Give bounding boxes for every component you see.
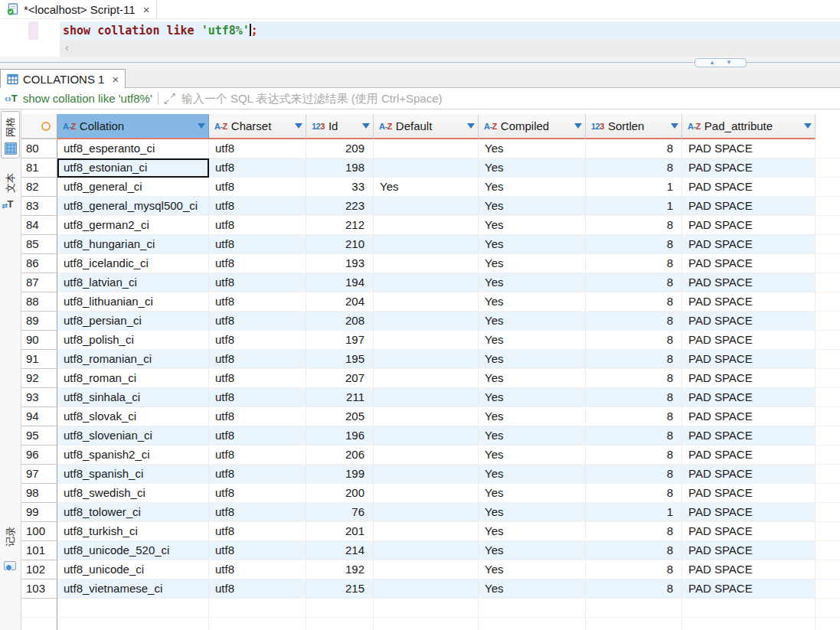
- cell-collation[interactable]: utf8_tolower_ci: [57, 503, 209, 522]
- cell-collation[interactable]: utf8_swedish_ci: [57, 484, 209, 503]
- cell-default[interactable]: [374, 254, 479, 273]
- cell-pad[interactable]: PAD SPACE: [682, 560, 815, 579]
- cell-default[interactable]: [374, 158, 479, 178]
- results-tab-close-icon[interactable]: ×: [112, 73, 119, 86]
- cell-default[interactable]: [374, 273, 479, 292]
- collapse-up-icon[interactable]: ▲: [709, 60, 715, 66]
- cell-pad[interactable]: PAD SPACE: [682, 235, 815, 254]
- cell-default[interactable]: [374, 292, 479, 312]
- column-header-pad_attribute[interactable]: A-ZPad_attribute: [682, 114, 815, 139]
- cell-pad[interactable]: PAD SPACE: [682, 579, 815, 599]
- row-number[interactable]: 85: [21, 235, 57, 254]
- cell-compiled[interactable]: Yes: [479, 197, 586, 216]
- cell-default[interactable]: [374, 541, 479, 560]
- cell-compiled[interactable]: Yes: [479, 312, 586, 331]
- cell-id[interactable]: 76: [306, 503, 374, 522]
- sql-next-line[interactable]: ‹: [0, 40, 840, 57]
- cell-compiled[interactable]: Yes: [479, 235, 586, 254]
- cell-charset[interactable]: utf8: [209, 369, 306, 388]
- sash-collapse-control[interactable]: ▲ ▼: [695, 58, 747, 67]
- cell-charset[interactable]: utf8: [209, 158, 306, 178]
- cell-id[interactable]: 214: [306, 541, 374, 560]
- cell-pad[interactable]: PAD SPACE: [682, 446, 815, 465]
- cell-pad[interactable]: PAD SPACE: [682, 541, 815, 560]
- cell-collation[interactable]: utf8_turkish_ci: [57, 522, 209, 541]
- column-header-default[interactable]: A-ZDefault: [374, 114, 479, 139]
- cell-default[interactable]: [374, 560, 479, 579]
- cell-sortlen[interactable]: 8: [586, 522, 682, 541]
- cell-compiled[interactable]: Yes: [479, 273, 586, 292]
- cell-id[interactable]: 192: [306, 560, 374, 579]
- table-row[interactable]: 85utf8_hungarian_ciutf8210Yes8PAD SPACE: [21, 235, 840, 254]
- cell-default[interactable]: [374, 388, 479, 407]
- cell-collation[interactable]: utf8_lithuanian_ci: [57, 292, 209, 312]
- cell-id[interactable]: 197: [306, 331, 374, 350]
- table-row[interactable]: 103utf8_vietnamese_ciutf8215Yes8PAD SPAC…: [21, 579, 840, 599]
- cell-default[interactable]: [374, 503, 479, 522]
- row-number[interactable]: 100: [21, 522, 57, 541]
- cell-charset[interactable]: utf8: [209, 541, 306, 560]
- editor-results-sash[interactable]: ▲ ▼: [0, 57, 840, 69]
- cell-id[interactable]: 212: [306, 216, 374, 235]
- column-header-charset[interactable]: A-ZCharset: [209, 114, 306, 139]
- cell-sortlen[interactable]: 8: [586, 388, 682, 407]
- cell-sortlen[interactable]: 8: [586, 407, 682, 426]
- cell-sortlen[interactable]: 8: [586, 446, 682, 465]
- cell-id[interactable]: 207: [306, 369, 374, 388]
- cell-sortlen[interactable]: 8: [586, 579, 682, 599]
- row-number[interactable]: 101: [21, 541, 57, 560]
- cell-collation[interactable]: utf8_unicode_520_ci: [57, 541, 209, 560]
- cell-pad[interactable]: PAD SPACE: [682, 388, 815, 407]
- cell-default[interactable]: [374, 465, 479, 484]
- cell-pad[interactable]: PAD SPACE: [682, 426, 815, 446]
- cell-charset[interactable]: utf8: [209, 312, 306, 331]
- cell-pad[interactable]: PAD SPACE: [682, 522, 815, 541]
- cell-sortlen[interactable]: 8: [586, 331, 682, 350]
- cell-sortlen[interactable]: 1: [586, 197, 682, 216]
- row-number[interactable]: 99: [21, 503, 57, 522]
- table-row[interactable]: 89utf8_persian_ciutf8208Yes8PAD SPACE: [21, 312, 840, 331]
- column-header-id[interactable]: 123Id: [306, 114, 374, 139]
- cell-collation[interactable]: utf8_roman_ci: [57, 369, 209, 388]
- cell-default[interactable]: [374, 350, 479, 369]
- cell-pad[interactable]: PAD SPACE: [682, 369, 815, 388]
- cell-default[interactable]: [374, 331, 479, 350]
- cell-default[interactable]: [374, 235, 479, 254]
- cell-default[interactable]: Yes: [374, 178, 479, 197]
- row-number[interactable]: 80: [21, 139, 57, 158]
- cell-id[interactable]: 199: [306, 465, 374, 484]
- table-row[interactable]: 101utf8_unicode_520_ciutf8214Yes8PAD SPA…: [21, 541, 840, 560]
- cell-default[interactable]: [374, 579, 479, 599]
- cell-pad[interactable]: PAD SPACE: [682, 158, 815, 178]
- column-header-sortlen[interactable]: 123Sortlen: [586, 114, 682, 139]
- row-number[interactable]: 97: [21, 465, 57, 484]
- cell-id[interactable]: 210: [306, 235, 374, 254]
- cell-charset[interactable]: utf8: [209, 503, 306, 522]
- cell-sortlen[interactable]: 8: [586, 484, 682, 503]
- table-row[interactable]: 94utf8_slovak_ciutf8205Yes8PAD SPACE: [21, 407, 840, 426]
- row-number[interactable]: 96: [21, 446, 57, 465]
- cell-collation[interactable]: utf8_vietnamese_ci: [57, 579, 209, 599]
- cell-charset[interactable]: utf8: [209, 331, 306, 350]
- row-number[interactable]: 81: [21, 158, 57, 178]
- sql-current-line[interactable]: show collation like 'utf8%';: [0, 21, 840, 40]
- results-tab-collations[interactable]: COLLATIONS 1 ×: [0, 69, 126, 88]
- row-number[interactable]: 86: [21, 254, 57, 273]
- cell-compiled[interactable]: Yes: [479, 484, 586, 503]
- cell-compiled[interactable]: Yes: [479, 465, 586, 484]
- filter-dropdown-icon[interactable]: [467, 123, 475, 129]
- cell-collation[interactable]: utf8_estonian_ci: [57, 158, 209, 178]
- cell-id[interactable]: 211: [306, 388, 374, 407]
- filter-dropdown-icon[interactable]: [295, 123, 302, 129]
- cell-sortlen[interactable]: 8: [586, 426, 682, 446]
- cell-compiled[interactable]: Yes: [479, 139, 586, 158]
- cell-charset[interactable]: utf8: [209, 139, 306, 158]
- cell-default[interactable]: [374, 139, 479, 158]
- table-row[interactable]: 102utf8_unicode_ciutf8192Yes8PAD SPACE: [21, 560, 840, 579]
- cell-id[interactable]: 194: [306, 273, 374, 292]
- cell-collation[interactable]: utf8_unicode_ci: [57, 560, 209, 579]
- cell-default[interactable]: [374, 446, 479, 465]
- table-row[interactable]: 98utf8_swedish_ciutf8200Yes8PAD SPACE: [21, 484, 840, 503]
- row-number[interactable]: 95: [21, 426, 57, 446]
- cell-pad[interactable]: PAD SPACE: [682, 312, 815, 331]
